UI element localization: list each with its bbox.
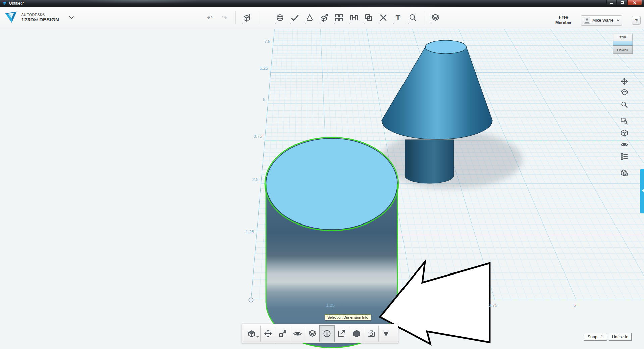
- layers-stack-icon: [431, 13, 440, 22]
- help-button[interactable]: ?: [632, 16, 641, 25]
- layers-icon: [308, 329, 317, 338]
- material-button[interactable]: [349, 326, 364, 342]
- collapse-toolbar-button[interactable]: [379, 326, 393, 342]
- material-cube-icon: [620, 169, 628, 177]
- display-settings-icon: [620, 152, 628, 160]
- snap-setting[interactable]: Snap : 1: [584, 333, 607, 341]
- tooltip: Selection Dimension Info: [325, 314, 371, 320]
- brand-line2: 123D® DESIGN: [21, 17, 59, 22]
- view-cube-top-face[interactable]: TOP: [613, 34, 633, 41]
- units-setting[interactable]: Units : in: [609, 333, 632, 341]
- grouping-button[interactable]: [429, 11, 442, 25]
- membership-line2: Member: [552, 20, 575, 26]
- delete-x-icon: [379, 13, 388, 22]
- app-icon: [2, 1, 7, 6]
- viewport-3d[interactable]: 7.5 6.25 5 3.75 2.5 1.25 1.25 3.75 5 TOP…: [0, 29, 644, 349]
- 123d-logo-icon: [4, 10, 18, 24]
- window-title: Untitled*: [9, 1, 24, 6]
- parts-bin-tab[interactable]: [640, 169, 644, 213]
- primitives-button[interactable]: [240, 11, 253, 25]
- close-icon: [633, 1, 636, 4]
- axis-label-left: 2.5: [244, 177, 258, 182]
- user-menu-button[interactable]: Mike Warre ...: [581, 15, 622, 26]
- zoom-window-icon: [620, 117, 628, 125]
- axis-label-left: 6.25: [253, 66, 268, 71]
- orbit-icon: [620, 89, 628, 97]
- origin-marker: [249, 298, 253, 302]
- brand-text: AUTODESK® 123D® DESIGN: [21, 13, 59, 22]
- material-gem-icon: [352, 329, 361, 338]
- selection-toolbar: [241, 324, 398, 343]
- camera-icon: [367, 329, 376, 338]
- minimize-icon: [610, 3, 613, 4]
- close-button[interactable]: [627, 0, 642, 5]
- brand-line1: AUTODESK®: [21, 13, 59, 17]
- solid-cube-icon: [248, 329, 256, 338]
- membership-line1: Free: [552, 15, 575, 20]
- snap-button[interactable]: [347, 11, 360, 25]
- sketch-button[interactable]: [288, 11, 301, 25]
- scene-svg[interactable]: [0, 29, 644, 349]
- move-button[interactable]: [261, 326, 275, 342]
- axis-label-left: 3.75: [247, 134, 262, 139]
- visibility-toggle-button[interactable]: [290, 326, 305, 342]
- snapshot-button[interactable]: [364, 326, 379, 342]
- material-button[interactable]: [619, 168, 629, 178]
- delete-button[interactable]: [377, 11, 390, 25]
- undo-button[interactable]: ↶: [203, 11, 216, 25]
- create-button[interactable]: [318, 11, 331, 25]
- scale-button[interactable]: [275, 326, 290, 342]
- app-menu[interactable]: AUTODESK® 123D® DESIGN: [4, 10, 73, 24]
- snap-icon: [350, 13, 358, 22]
- orbit-button[interactable]: [619, 88, 629, 98]
- avatar-icon: [584, 17, 590, 24]
- display-settings-button[interactable]: [619, 152, 629, 161]
- move-icon: [264, 329, 272, 338]
- cube-arrow-icon: [320, 13, 329, 22]
- membership-status[interactable]: Free Member: [552, 15, 575, 26]
- main-tools: ↶ ↷: [203, 11, 442, 25]
- tweak-button[interactable]: [407, 11, 419, 25]
- view-cube-top-slab[interactable]: [613, 41, 633, 45]
- text-button[interactable]: T: [392, 11, 405, 25]
- combine-button[interactable]: [362, 11, 375, 25]
- navigation-toolbar: [619, 77, 630, 178]
- pan-icon: [620, 77, 628, 85]
- zoom-button[interactable]: [619, 100, 629, 109]
- redo-icon: ↷: [221, 14, 227, 21]
- construct-button[interactable]: [274, 11, 286, 25]
- view-mode-button[interactable]: [619, 128, 629, 138]
- axis-label-bottom: 5: [567, 303, 582, 308]
- view-cube-front-face[interactable]: FRONT: [613, 45, 633, 54]
- maximize-icon: [621, 1, 624, 4]
- magnifier-icon: [620, 101, 628, 109]
- minimize-button[interactable]: [606, 0, 617, 5]
- export-button[interactable]: [334, 326, 349, 342]
- pattern-grid-icon: [335, 13, 343, 22]
- text-tool-icon: T: [396, 14, 400, 21]
- maximize-button[interactable]: [617, 0, 627, 5]
- pan-button[interactable]: [619, 77, 629, 86]
- cube-view-icon: [620, 129, 628, 137]
- selection-dimension-info-button[interactable]: [320, 326, 334, 342]
- axis-label-bottom: 3.75: [486, 303, 500, 308]
- redo-button[interactable]: ↷: [218, 11, 231, 25]
- axis-label-left: 5: [251, 97, 265, 102]
- pattern-button[interactable]: [333, 11, 345, 25]
- user-name: Mike Warre ...: [592, 18, 615, 23]
- sketch-check-icon: [290, 13, 299, 22]
- solid-cube-button[interactable]: [243, 326, 261, 342]
- sphere-icon: [276, 13, 284, 22]
- collapse-icon: [382, 329, 390, 338]
- zoom-window-button[interactable]: [619, 116, 629, 126]
- view-cube[interactable]: TOP FRONT: [613, 34, 633, 54]
- app-toolbar: AUTODESK® 123D® DESIGN ↶ ↷: [0, 7, 644, 29]
- visibility-button[interactable]: [619, 140, 629, 149]
- axis-label-left: 1.25: [239, 229, 254, 234]
- material-layers-button[interactable]: [305, 326, 320, 342]
- toolbar-separator: [424, 11, 424, 24]
- app-menu-chevron-icon[interactable]: [69, 14, 74, 19]
- toolbar-separator: [258, 11, 258, 24]
- combine-icon: [364, 13, 373, 22]
- cone-primitive-button[interactable]: [303, 11, 316, 25]
